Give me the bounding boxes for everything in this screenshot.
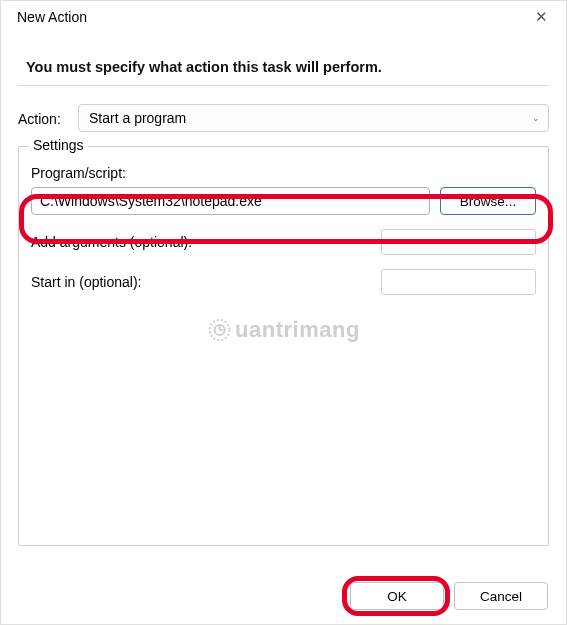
settings-group: Settings Program/script: Browse... Add a… <box>18 146 549 546</box>
action-row: Action: Start a program ⌄ <box>18 104 549 132</box>
ok-button[interactable]: OK <box>350 582 444 610</box>
settings-legend: Settings <box>29 137 88 153</box>
program-row: Browse... <box>31 187 536 215</box>
arguments-row: Add arguments (optional): <box>31 229 536 255</box>
divider <box>18 85 549 86</box>
arguments-label: Add arguments (optional): <box>31 234 192 250</box>
content-area: You must specify what action this task w… <box>1 33 566 546</box>
dialog-window: New Action ✕ You must specify what actio… <box>0 0 567 625</box>
bottom-button-bar: OK Cancel <box>350 582 548 610</box>
program-script-input[interactable] <box>31 187 430 215</box>
action-label: Action: <box>18 109 70 127</box>
browse-button[interactable]: Browse... <box>440 187 536 215</box>
window-title: New Action <box>17 9 87 25</box>
action-select[interactable]: Start a program ⌄ <box>78 104 549 132</box>
startin-row: Start in (optional): <box>31 269 536 295</box>
chevron-down-icon: ⌄ <box>532 113 540 123</box>
arguments-input[interactable] <box>381 229 536 255</box>
startin-input[interactable] <box>381 269 536 295</box>
action-selected-value: Start a program <box>89 110 186 126</box>
close-icon[interactable]: ✕ <box>526 8 556 26</box>
instruction-text: You must specify what action this task w… <box>26 59 549 75</box>
cancel-button[interactable]: Cancel <box>454 582 548 610</box>
titlebar: New Action ✕ <box>1 1 566 33</box>
program-script-label: Program/script: <box>31 165 536 181</box>
startin-label: Start in (optional): <box>31 274 142 290</box>
